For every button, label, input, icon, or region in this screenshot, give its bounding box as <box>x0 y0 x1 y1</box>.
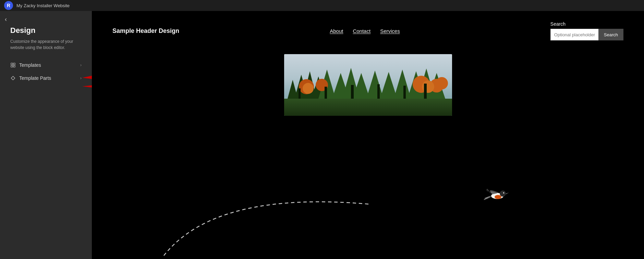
svg-point-26 <box>436 77 448 89</box>
site-nav: About Contact Services <box>330 28 400 34</box>
main-layout: ‹ Design Customize the appearance of you… <box>0 11 644 259</box>
svg-point-27 <box>303 83 314 94</box>
sidebar-item-templates-label: Templates <box>19 62 41 68</box>
diamond-icon <box>10 75 16 81</box>
svg-rect-29 <box>299 88 301 99</box>
sidebar-item-template-parts-label: Template Parts <box>19 75 51 81</box>
site-search: Search Search <box>550 21 623 40</box>
svg-point-39 <box>504 193 505 193</box>
nav-contact[interactable]: Contact <box>353 28 370 34</box>
svg-rect-34 <box>424 84 427 99</box>
website-preview: Sample Header Design About Contact Servi… <box>92 11 644 259</box>
svg-rect-30 <box>325 87 327 99</box>
bird <box>483 184 510 206</box>
svg-rect-3 <box>13 65 15 67</box>
search-input[interactable] <box>550 29 598 40</box>
sidebar-item-template-parts[interactable]: Template Parts › <box>7 72 85 84</box>
svg-rect-33 <box>403 86 406 99</box>
sidebar-design-title: Design <box>10 26 85 35</box>
grid-icon <box>10 62 16 68</box>
search-row: Search <box>550 29 623 40</box>
forest-image <box>284 54 452 116</box>
search-label: Search <box>550 21 623 27</box>
sidebar: ‹ Design Customize the appearance of you… <box>0 11 92 259</box>
nav-services[interactable]: Services <box>380 28 400 34</box>
svg-rect-7 <box>284 99 452 116</box>
svg-rect-2 <box>11 65 13 67</box>
site-logo: Sample Header Design <box>112 27 179 35</box>
sidebar-item-templates[interactable]: Templates › <box>7 59 85 71</box>
nav-about[interactable]: About <box>330 28 343 34</box>
svg-rect-32 <box>377 84 380 99</box>
svg-rect-1 <box>13 63 15 65</box>
admin-site-title: My Zacky Installer Website <box>16 3 70 8</box>
site-header: Sample Header Design About Contact Servi… <box>92 11 644 51</box>
svg-rect-31 <box>351 85 354 99</box>
svg-point-28 <box>422 81 434 93</box>
dashed-path-svg <box>147 184 387 259</box>
search-button[interactable]: Search <box>598 29 623 40</box>
preview-area: Sample Header Design About Contact Servi… <box>92 11 644 259</box>
template-parts-chevron-icon: › <box>80 76 82 81</box>
sidebar-content: ‹ Design Customize the appearance of you… <box>0 11 92 92</box>
svg-rect-0 <box>11 63 13 65</box>
sidebar-description: Customize the appearance of your website… <box>10 38 85 51</box>
admin-bar: R My Zacky Installer Website <box>0 0 644 11</box>
templates-chevron-icon: › <box>80 63 82 67</box>
svg-point-37 <box>495 195 501 199</box>
admin-logo: R <box>4 1 13 10</box>
sidebar-back-button[interactable]: ‹ <box>5 16 7 23</box>
